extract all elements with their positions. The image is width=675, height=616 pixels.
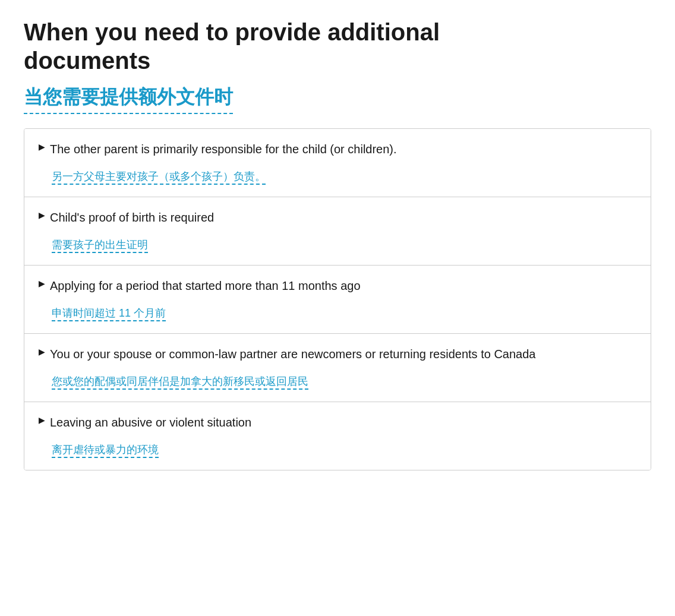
accordion-title-zh[interactable]: 另一方父母主要对孩子（或多个孩子）负责。 (52, 169, 266, 185)
chevron-right-icon: ▶ (39, 142, 45, 151)
accordion-item: ▶The other parent is primarily responsib… (24, 129, 651, 197)
accordion-title-en: The other parent is primarily responsibl… (50, 141, 397, 157)
accordion-trigger-2[interactable]: ▶Child's proof of birth is required (39, 209, 636, 226)
accordion-item: ▶Child's proof of birth is required需要孩子的… (24, 197, 651, 266)
accordion-list: ▶The other parent is primarily responsib… (24, 128, 651, 470)
accordion-title-zh[interactable]: 离开虐待或暴力的环境 (52, 443, 159, 458)
chevron-right-icon: ▶ (39, 347, 45, 356)
chevron-right-icon: ▶ (39, 279, 45, 288)
page-title-zh: 当您需要提供额外文件时 (24, 84, 233, 114)
accordion-title-zh[interactable]: 需要孩子的出生证明 (52, 238, 148, 253)
chevron-right-icon: ▶ (39, 210, 45, 220)
accordion-title-en: Child's proof of birth is required (50, 209, 214, 226)
accordion-title-zh[interactable]: 您或您的配偶或同居伴侣是加拿大的新移民或返回居民 (52, 374, 308, 390)
accordion-trigger-5[interactable]: ▶Leaving an abusive or violent situation (39, 414, 636, 431)
accordion-title-zh[interactable]: 申请时间超过 11 个月前 (52, 306, 166, 321)
accordion-trigger-4[interactable]: ▶You or your spouse or common-law partne… (39, 346, 636, 362)
accordion-trigger-1[interactable]: ▶The other parent is primarily responsib… (39, 141, 636, 157)
accordion-item: ▶Applying for a period that started more… (24, 266, 651, 334)
accordion-title-en: You or your spouse or common-law partner… (50, 346, 535, 362)
chevron-right-icon: ▶ (39, 415, 45, 425)
page-title-en: When you need to provide additional docu… (24, 18, 651, 75)
accordion-item: ▶You or your spouse or common-law partne… (24, 334, 651, 402)
accordion-title-en: Applying for a period that started more … (50, 277, 361, 294)
accordion-item: ▶Leaving an abusive or violent situation… (24, 402, 651, 470)
accordion-title-en: Leaving an abusive or violent situation (50, 414, 251, 431)
accordion-trigger-3[interactable]: ▶Applying for a period that started more… (39, 277, 636, 294)
